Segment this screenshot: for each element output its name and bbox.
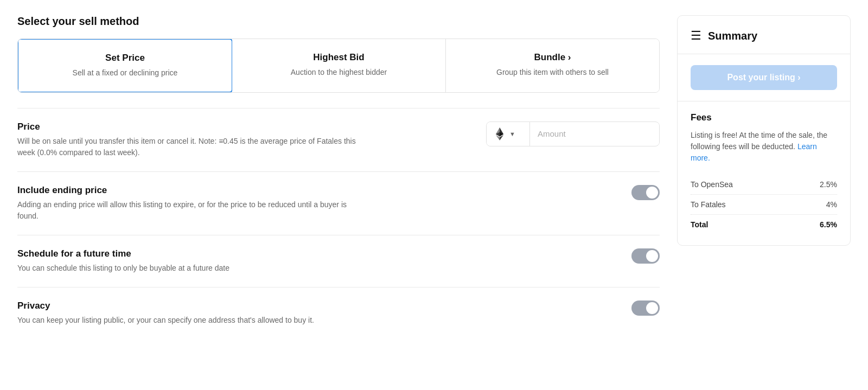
include-ending-price-title: Include ending price — [17, 185, 365, 196]
fee-row-fatales: To Fatales 4% — [691, 195, 837, 215]
include-ending-price-toggle[interactable] — [631, 185, 660, 200]
price-section-desc: Will be on sale until you transfer this … — [17, 136, 365, 158]
schedule-title: Schedule for a future time — [17, 248, 229, 259]
method-card-bundle-desc: Group this item with others to sell — [457, 67, 648, 78]
fee-row-total: Total 6.5% — [691, 215, 837, 234]
summary-list-icon: ☰ — [691, 29, 701, 43]
method-cards: Set Price Sell at a fixed or declining p… — [17, 39, 660, 93]
method-card-bundle-title: Bundle › — [457, 52, 648, 63]
privacy-toggle[interactable] — [631, 301, 660, 316]
fee-label-total: Total — [691, 220, 708, 229]
amount-input[interactable] — [530, 123, 659, 145]
summary-body: Post your listing › — [678, 54, 850, 101]
method-card-set-price[interactable]: Set Price Sell at a fixed or declining p… — [17, 39, 233, 93]
price-input-row: ▼ — [486, 122, 660, 146]
currency-select[interactable]: ▼ — [487, 122, 530, 146]
schedule-toggle[interactable] — [631, 248, 660, 264]
include-ending-price-section: Include ending price Adding an ending pr… — [17, 171, 660, 235]
method-card-set-price-desc: Sell at a fixed or declining price — [29, 68, 221, 79]
fees-section: Fees Listing is free! At the time of the… — [678, 101, 850, 245]
price-section-title: Price — [17, 122, 365, 132]
fees-title: Fees — [691, 112, 837, 123]
privacy-desc: You can keep your listing public, or you… — [17, 315, 314, 326]
price-section: Price Will be on sale until you transfer… — [17, 108, 660, 171]
eth-icon — [494, 129, 505, 139]
summary-panel: ☰ Summary Post your listing › Fees Listi… — [677, 15, 851, 246]
fees-description: Listing is free! At the time of the sale… — [691, 130, 837, 164]
summary-header: ☰ Summary — [678, 16, 850, 54]
method-card-highest-bid-title: Highest Bid — [243, 52, 435, 63]
privacy-section: Privacy You can keep your listing public… — [17, 287, 660, 339]
fee-value-opensea: 2.5% — [820, 180, 837, 189]
fee-row-opensea: To OpenSea 2.5% — [691, 175, 837, 195]
privacy-title: Privacy — [17, 301, 314, 311]
summary-title: Summary — [708, 30, 757, 42]
schedule-desc: You can schedule this listing to only be… — [17, 263, 229, 274]
post-listing-button[interactable]: Post your listing › — [691, 65, 837, 90]
fee-value-total: 6.5% — [820, 220, 837, 229]
schedule-section: Schedule for a future time You can sched… — [17, 235, 660, 287]
fee-value-fatales: 4% — [826, 200, 837, 209]
page-title: Select your sell method — [17, 15, 660, 28]
method-card-highest-bid-desc: Auction to the highest bidder — [243, 67, 435, 78]
fee-label-fatales: To Fatales — [691, 200, 726, 209]
fee-label-opensea: To OpenSea — [691, 180, 733, 189]
method-card-bundle[interactable]: Bundle › Group this item with others to … — [446, 39, 659, 92]
method-card-set-price-title: Set Price — [29, 53, 221, 63]
currency-chevron-icon: ▼ — [509, 131, 515, 137]
include-ending-price-desc: Adding an ending price will allow this l… — [17, 199, 365, 222]
method-card-highest-bid[interactable]: Highest Bid Auction to the highest bidde… — [232, 39, 446, 92]
